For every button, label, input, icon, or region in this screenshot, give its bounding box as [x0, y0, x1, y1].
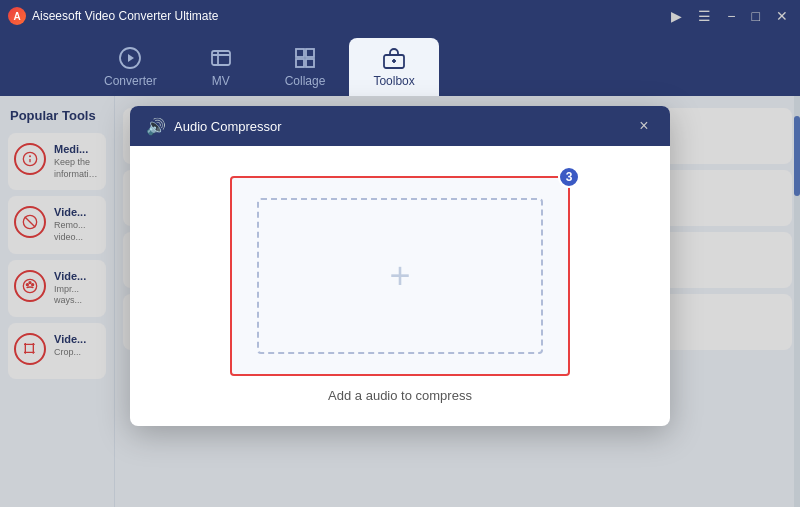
audio-icon: 🔊 [146, 117, 166, 136]
title-bar-controls[interactable]: ▶ ☰ − □ ✕ [667, 6, 792, 26]
svg-rect-5 [296, 59, 304, 67]
tab-converter[interactable]: Converter [80, 38, 181, 96]
svg-marker-1 [128, 54, 134, 62]
title-bar: A Aiseesoft Video Converter Ultimate ▶ ☰… [0, 0, 800, 32]
upload-label: Add a audio to compress [328, 388, 472, 403]
tab-toolbox[interactable]: Toolbox [349, 38, 438, 96]
close-icon[interactable]: ✕ [772, 6, 792, 26]
file-count-badge: 3 [558, 166, 580, 188]
modal-header-left: 🔊 Audio Compressor [146, 117, 282, 136]
tab-collage[interactable]: Collage [261, 38, 350, 96]
tab-mv[interactable]: MV [181, 38, 261, 96]
app-title: Aiseesoft Video Converter Ultimate [32, 9, 219, 23]
nav-bar: Converter MV Collage Toolbox [0, 32, 800, 96]
modal-overlay: 🔊 Audio Compressor × + 3 Add a audio to … [0, 96, 800, 507]
dashed-drop-zone[interactable]: + [257, 198, 543, 355]
title-bar-left: A Aiseesoft Video Converter Ultimate [8, 7, 219, 25]
main-content: Popular Tools Medi... Keep the informati… [0, 96, 800, 507]
upload-box-inner[interactable]: + [230, 176, 570, 376]
audio-compressor-modal: 🔊 Audio Compressor × + 3 Add a audio to … [130, 106, 670, 426]
minimize-icon[interactable]: − [723, 6, 739, 26]
plus-icon: + [389, 258, 410, 294]
svg-rect-2 [212, 51, 230, 65]
svg-rect-3 [296, 49, 304, 57]
maximize-icon[interactable]: □ [748, 6, 764, 26]
modal-title: Audio Compressor [174, 119, 282, 134]
svg-rect-4 [306, 49, 314, 57]
modal-close-button[interactable]: × [634, 116, 654, 136]
app-icon: A [8, 7, 26, 25]
svg-rect-6 [306, 59, 314, 67]
upload-area-container: + 3 Add a audio to compress [130, 146, 670, 423]
chat-icon[interactable]: ▶ [667, 6, 686, 26]
modal-header: 🔊 Audio Compressor × [130, 106, 670, 146]
upload-box[interactable]: + 3 [230, 176, 570, 376]
menu-icon[interactable]: ☰ [694, 6, 715, 26]
